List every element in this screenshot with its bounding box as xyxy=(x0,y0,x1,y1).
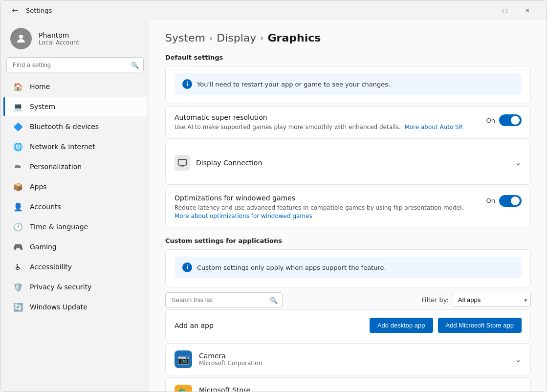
sidebar-item-gaming[interactable]: 🎮 Gaming xyxy=(3,237,147,257)
sidebar-item-privacy[interactable]: 🛡️ Privacy & security xyxy=(3,277,147,297)
camera-name: Camera xyxy=(199,352,508,360)
breadcrumb: System › Display › Graphics xyxy=(165,32,531,44)
accessibility-nav-label: Accessibility xyxy=(30,263,72,271)
msstore-info: Microsoft Store Microsoft Corporation xyxy=(199,386,508,392)
gaming-nav-icon: 🎮 xyxy=(13,242,23,252)
windowed-games-card: Optimizations for windowed games Reduce … xyxy=(165,187,531,228)
auto-sr-desc: Use AI to make supported games play more… xyxy=(175,123,479,131)
system-nav-label: System xyxy=(30,103,55,110)
maximize-button[interactable]: □ xyxy=(494,2,516,18)
svg-rect-1 xyxy=(178,159,187,165)
window: ← Settings — □ ✕ Phantom Local Account 🔍 xyxy=(0,0,547,392)
gaming-nav-label: Gaming xyxy=(30,243,57,251)
bluetooth-nav-label: Bluetooth & devices xyxy=(30,123,99,131)
sidebar-item-apps[interactable]: 📦 Apps xyxy=(3,177,147,196)
msstore-name: Microsoft Store xyxy=(199,386,508,392)
camera-icon: 📷 xyxy=(175,350,192,368)
sidebar-item-accessibility[interactable]: ♿ Accessibility xyxy=(3,257,147,277)
breadcrumb-current: Graphics xyxy=(268,32,321,44)
add-desktop-app-button[interactable]: Add desktop app xyxy=(370,318,433,333)
default-settings-title: Default settings xyxy=(165,54,531,61)
windowed-games-thumb xyxy=(511,196,520,205)
custom-settings-title: Custom settings for applications xyxy=(165,237,531,244)
apps-nav-icon: 📦 xyxy=(13,182,23,192)
system-nav-icon: 💻 xyxy=(13,102,23,111)
auto-sr-row: Automatic super resolution Use AI to mak… xyxy=(175,113,522,131)
list-search-input[interactable] xyxy=(165,292,283,307)
add-store-app-button[interactable]: Add Microsoft Store app xyxy=(438,318,522,333)
msstore-chevron[interactable]: ⌄ xyxy=(515,389,522,392)
msstore-icon: 🛍️ xyxy=(175,385,192,392)
display-connection-icon xyxy=(175,155,190,171)
time-nav-icon: 🕐 xyxy=(13,222,23,232)
filter-select[interactable]: All apps Desktop apps Microsoft Store ap… xyxy=(453,293,531,307)
accessibility-nav-icon: ♿ xyxy=(13,262,23,272)
user-name: Phantom xyxy=(39,31,79,39)
minimize-button[interactable]: — xyxy=(471,2,494,18)
sidebar-item-bluetooth[interactable]: 🔷 Bluetooth & devices xyxy=(3,117,147,136)
sidebar-item-accounts[interactable]: 👤 Accounts xyxy=(3,197,147,217)
restart-info-text: You'll need to restart your app or game … xyxy=(197,81,390,88)
info-banner-card: i You'll need to restart your app or gam… xyxy=(165,66,531,104)
custom-info-text: Custom settings only apply when apps sup… xyxy=(197,264,386,271)
user-account: Local Account xyxy=(39,39,79,46)
custom-info-banner-card: i Custom settings only apply when apps s… xyxy=(165,249,531,287)
breadcrumb-display: Display xyxy=(217,32,256,44)
close-button[interactable]: ✕ xyxy=(516,2,539,18)
auto-sr-toggle[interactable] xyxy=(499,114,522,126)
home-nav-icon: 🏠 xyxy=(13,82,23,91)
app-row-msstore[interactable]: 🛍️ Microsoft Store Microsoft Corporation… xyxy=(165,377,531,392)
display-connection-chevron[interactable]: ⌄ xyxy=(515,158,522,167)
personalization-nav-label: Personalization xyxy=(30,163,82,171)
windowed-games-link[interactable]: More about optimizations for windowed ga… xyxy=(175,213,312,219)
accounts-nav-label: Accounts xyxy=(30,203,61,211)
search-box: 🔍 xyxy=(6,57,144,72)
back-button[interactable]: ← xyxy=(8,3,22,17)
auto-sr-info: Automatic super resolution Use AI to mak… xyxy=(175,113,479,131)
restart-info-banner: i You'll need to restart your app or gam… xyxy=(175,73,522,95)
search-filter-row: 🔍 Filter by: All apps Desktop apps Micro… xyxy=(165,292,531,307)
search-input[interactable] xyxy=(6,57,144,72)
add-buttons: Add desktop app Add Microsoft Store app xyxy=(370,318,522,333)
accounts-nav-icon: 👤 xyxy=(13,202,23,212)
sidebar-item-time[interactable]: 🕐 Time & language xyxy=(3,217,147,237)
home-nav-label: Home xyxy=(30,83,50,90)
breadcrumb-system: System xyxy=(165,32,205,44)
search-icon: 🔍 xyxy=(131,61,139,68)
add-app-row: Add an app Add desktop app Add Microsoft… xyxy=(165,309,531,341)
auto-sr-state: On xyxy=(486,117,495,124)
personalization-nav-icon: ✏️ xyxy=(13,162,23,172)
network-nav-label: Network & internet xyxy=(30,143,95,151)
sidebar-item-network[interactable]: 🌐 Network & internet xyxy=(3,137,147,156)
windowed-games-title: Optimizations for windowed games xyxy=(175,194,479,202)
windowed-games-desc: Reduce latency and use advanced features… xyxy=(175,204,479,220)
camera-chevron[interactable]: ⌄ xyxy=(515,355,522,364)
sidebar-item-personalization[interactable]: ✏️ Personalization xyxy=(3,157,147,176)
nav-list: 🏠 Home 💻 System 🔷 Bluetooth & devices 🌐 … xyxy=(0,76,150,317)
privacy-nav-icon: 🛡️ xyxy=(13,282,23,292)
auto-sr-link[interactable]: More about Auto SR xyxy=(404,124,463,131)
avatar xyxy=(10,28,32,49)
camera-publisher: Microsoft Corporation xyxy=(199,360,508,367)
windowed-games-state: On xyxy=(486,197,495,204)
auto-sr-card: Automatic super resolution Use AI to mak… xyxy=(165,106,531,139)
privacy-nav-label: Privacy & security xyxy=(30,283,91,291)
window-controls: — □ ✕ xyxy=(471,2,539,18)
content-area: System › Display › Graphics Default sett… xyxy=(150,20,547,392)
info-icon: i xyxy=(182,79,192,89)
app-row-camera[interactable]: 📷 Camera Microsoft Corporation ⌄ xyxy=(165,343,531,375)
sidebar-item-home[interactable]: 🏠 Home xyxy=(3,77,147,96)
auto-sr-thumb xyxy=(511,116,520,125)
titlebar: ← Settings — □ ✕ xyxy=(0,0,547,20)
sidebar-item-system[interactable]: 💻 System xyxy=(3,97,147,116)
camera-info: Camera Microsoft Corporation xyxy=(199,352,508,367)
time-nav-label: Time & language xyxy=(30,223,88,231)
breadcrumb-sep-2: › xyxy=(260,33,263,43)
apps-nav-label: Apps xyxy=(30,183,47,191)
custom-info-banner: i Custom settings only apply when apps s… xyxy=(175,257,522,278)
auto-sr-title: Automatic super resolution xyxy=(175,113,479,121)
display-connection-card[interactable]: Display Connection ⌄ xyxy=(165,141,531,185)
sidebar-item-update[interactable]: 🔄 Windows Update xyxy=(3,297,147,317)
windowed-games-toggle[interactable] xyxy=(499,195,522,207)
window-title: Settings xyxy=(26,7,471,14)
